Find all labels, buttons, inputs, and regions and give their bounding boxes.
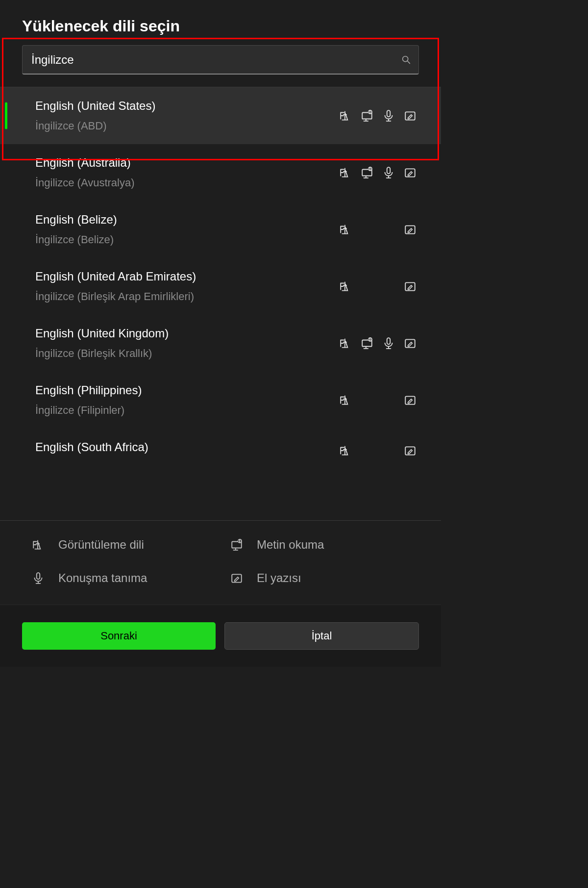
text-to-speech-icon	[361, 166, 373, 179]
language-item[interactable]: English (Belize)İngilizce (Belize)	[0, 201, 441, 258]
language-feature-icons	[339, 109, 416, 122]
language-native: İngilizce (ABD)	[35, 120, 339, 132]
language-install-dialog: Yüklenecek dili seçin English (United St…	[0, 0, 441, 667]
language-native: İngilizce (Belize)	[35, 233, 339, 246]
text-to-speech-icon	[361, 337, 373, 350]
search-area	[0, 45, 441, 87]
legend-speech-label: Konuşma tanıma	[58, 571, 147, 585]
language-text: English (United States)İngilizce (ABD)	[35, 99, 339, 132]
language-native: İngilizce (Filipinler)	[35, 404, 339, 417]
icon-empty	[382, 444, 395, 457]
language-name: English (Philippines)	[35, 383, 339, 397]
language-item[interactable]: English (Philippines)İngilizce (Filipinl…	[0, 372, 441, 429]
speech-recognition-icon	[32, 572, 45, 584]
icon-empty	[361, 223, 373, 236]
language-native: İngilizce (Birleşik Krallık)	[35, 347, 339, 360]
search-icon[interactable]	[401, 54, 412, 65]
text-to-speech-icon	[361, 109, 373, 122]
handwriting-icon	[404, 337, 416, 350]
display-language-icon	[339, 223, 352, 236]
next-button[interactable]: Sonraki	[22, 622, 216, 650]
language-item[interactable]: English (South Africa)	[0, 429, 441, 473]
icon-empty	[361, 394, 373, 406]
dialog-header: Yüklenecek dili seçin	[0, 0, 441, 45]
handwriting-icon	[404, 280, 416, 293]
language-item[interactable]: English (United Arab Emirates)İngilizce …	[0, 258, 441, 315]
icon-empty	[382, 223, 395, 236]
language-item[interactable]: English (United States)İngilizce (ABD)	[0, 87, 441, 144]
legend-speech: Konuşma tanıma	[32, 571, 211, 585]
handwriting-icon	[230, 572, 243, 584]
language-text: English (Philippines)İngilizce (Filipinl…	[35, 383, 339, 417]
language-text: English (United Kingdom)İngilizce (Birle…	[35, 327, 339, 360]
icon-empty	[382, 280, 395, 293]
search-input[interactable]	[31, 53, 394, 67]
language-text: English (Australia)İngilizce (Avustralya…	[35, 156, 339, 189]
legend-handwriting-label: El yazısı	[257, 571, 301, 585]
handwriting-icon	[404, 394, 416, 406]
icon-empty	[361, 280, 373, 293]
language-text: English (United Arab Emirates)İngilizce …	[35, 270, 339, 303]
language-name: English (United Kingdom)	[35, 327, 339, 340]
handwriting-icon	[404, 444, 416, 457]
language-item[interactable]: English (Australia)İngilizce (Avustralya…	[0, 144, 441, 201]
language-feature-icons	[339, 280, 416, 293]
language-item[interactable]: English (United Kingdom)İngilizce (Birle…	[0, 315, 441, 372]
feature-legend: Görüntüleme dili Metin okuma Konuşma tan…	[0, 520, 441, 605]
language-feature-icons	[339, 337, 416, 350]
icon-empty	[361, 444, 373, 457]
legend-display-label: Görüntüleme dili	[58, 538, 144, 552]
language-name: English (South Africa)	[35, 440, 339, 454]
cancel-button[interactable]: İptal	[224, 622, 419, 650]
speech-recognition-icon	[382, 109, 395, 122]
display-language-icon	[339, 109, 352, 122]
speech-recognition-icon	[382, 337, 395, 350]
language-text: English (Belize)İngilizce (Belize)	[35, 213, 339, 246]
speech-recognition-icon	[382, 166, 395, 179]
display-language-icon	[339, 166, 352, 179]
display-language-icon	[339, 337, 352, 350]
language-name: English (United States)	[35, 99, 339, 113]
display-language-icon	[339, 280, 352, 293]
language-feature-icons	[339, 444, 416, 457]
handwriting-icon	[404, 223, 416, 236]
language-name: English (Belize)	[35, 213, 339, 227]
language-name: English (Australia)	[35, 156, 339, 170]
icon-empty	[382, 394, 395, 406]
language-feature-icons	[339, 223, 416, 236]
language-name: English (United Arab Emirates)	[35, 270, 339, 283]
language-feature-icons	[339, 166, 416, 179]
text-to-speech-icon	[230, 538, 243, 551]
handwriting-icon	[404, 109, 416, 122]
legend-handwriting: El yazısı	[230, 571, 409, 585]
legend-display: Görüntüleme dili	[32, 538, 211, 552]
display-language-icon	[339, 444, 352, 457]
legend-tts-label: Metin okuma	[257, 538, 324, 552]
language-feature-icons	[339, 394, 416, 406]
legend-tts: Metin okuma	[230, 538, 409, 552]
display-language-icon	[339, 394, 352, 406]
search-field-wrap[interactable]	[22, 45, 419, 75]
language-native: İngilizce (Birleşik Arap Emirlikleri)	[35, 290, 339, 303]
dialog-title: Yüklenecek dili seçin	[22, 17, 419, 35]
dialog-footer: Sonraki İptal	[0, 605, 441, 667]
language-native: İngilizce (Avustralya)	[35, 177, 339, 189]
display-language-icon	[32, 538, 45, 551]
language-list[interactable]: English (United States)İngilizce (ABD)En…	[0, 87, 441, 520]
handwriting-icon	[404, 166, 416, 179]
language-text: English (South Africa)	[35, 440, 339, 461]
